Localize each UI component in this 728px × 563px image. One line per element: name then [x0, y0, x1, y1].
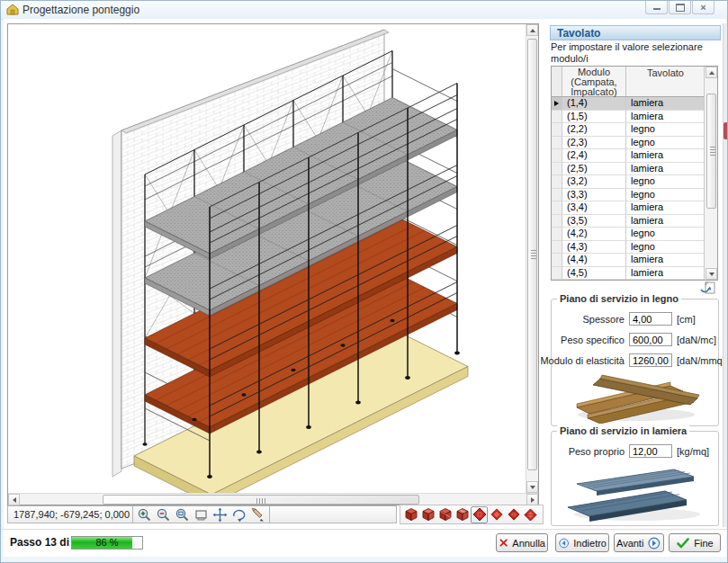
view-gem-icon-4[interactable] — [522, 506, 539, 523]
cell-modulo[interactable]: (4,2) — [562, 228, 626, 241]
zoom-out-icon[interactable] — [156, 507, 171, 523]
cell-modulo[interactable]: (4,3) — [562, 241, 626, 255]
cell-tavolato[interactable]: legno — [626, 175, 705, 189]
view-gem-icon-1[interactable] — [471, 506, 488, 523]
row-selector[interactable] — [552, 201, 562, 215]
row-selector[interactable] — [552, 189, 562, 202]
cell-modulo[interactable]: (1,5) — [562, 111, 626, 124]
row-selector[interactable] — [552, 241, 562, 255]
table-row[interactable]: (4,5) lamiera — [552, 267, 705, 281]
cell-tavolato[interactable]: legno — [626, 189, 705, 202]
table-row[interactable]: (4,2) legno — [552, 228, 705, 241]
close-button[interactable]: × — [692, 1, 715, 14]
cell-modulo[interactable]: (1,4) — [562, 97, 626, 111]
cell-modulo[interactable]: (4,5) — [562, 267, 626, 281]
table-scrollbar[interactable] — [704, 67, 717, 280]
peso-specifico-input[interactable] — [629, 333, 672, 346]
vscroll-down-button[interactable] — [526, 481, 538, 493]
maximize-button[interactable] — [669, 1, 691, 14]
fine-button[interactable]: Fine — [669, 533, 721, 552]
view-cube-icon-1[interactable] — [402, 506, 419, 523]
cell-modulo[interactable]: (3,3) — [562, 189, 626, 202]
vscroll-thumb[interactable] — [527, 39, 537, 470]
cell-tavolato[interactable]: lamiera — [626, 201, 705, 215]
table-row[interactable]: (2,2) legno — [552, 123, 705, 137]
cell-tavolato[interactable]: lamiera — [626, 97, 705, 111]
cell-tavolato[interactable]: legno — [626, 228, 705, 241]
hscroll-thumb[interactable] — [103, 495, 419, 505]
tavolato-table: Modulo (Campata, Impalcato) Tavolato (1,… — [551, 66, 718, 281]
cell-tavolato[interactable]: lamiera — [626, 163, 705, 176]
row-selector[interactable] — [552, 175, 562, 189]
table-row[interactable]: (2,3) legno — [552, 137, 705, 150]
indietro-button[interactable]: Indietro — [555, 533, 609, 552]
zoom-in-icon[interactable] — [137, 507, 152, 523]
minimize-button[interactable] — [645, 1, 668, 14]
table-row[interactable]: (2,5) lamiera — [552, 163, 705, 176]
cell-modulo[interactable]: (2,3) — [562, 137, 626, 150]
viewport-hscrollbar[interactable] — [8, 493, 538, 505]
table-row[interactable]: (3,4) lamiera — [552, 201, 705, 215]
view-gem-icon-2[interactable] — [488, 506, 505, 523]
cell-modulo[interactable]: (3,4) — [562, 201, 626, 215]
apply-selection-icon[interactable] — [700, 282, 716, 295]
cell-tavolato[interactable]: lamiera — [626, 254, 705, 267]
view-cube-icon-2[interactable] — [419, 506, 436, 523]
table-scroll-thumb[interactable] — [706, 94, 716, 209]
viewport-vscrollbar[interactable] — [526, 24, 538, 493]
table-row[interactable]: (4,3) legno — [552, 241, 705, 255]
orbit-icon[interactable] — [231, 507, 247, 523]
cell-tavolato[interactable]: legno — [626, 241, 705, 255]
viewport-3d[interactable] — [7, 23, 539, 505]
row-selector[interactable] — [552, 215, 562, 228]
table-row[interactable]: (3,5) lamiera — [552, 215, 705, 228]
cell-modulo[interactable]: (2,5) — [562, 163, 626, 176]
annulla-button[interactable]: Annulla — [496, 533, 548, 552]
cell-modulo[interactable]: (2,2) — [562, 123, 626, 137]
view-cube-icon-3[interactable] — [436, 506, 454, 523]
table-row[interactable]: (3,2) legno — [552, 175, 705, 189]
view-gem-icon-3[interactable] — [505, 506, 522, 523]
cell-tavolato[interactable]: lamiera — [626, 111, 705, 124]
spessore-input[interactable] — [629, 312, 672, 326]
table-row[interactable]: (2,4) lamiera — [552, 149, 705, 163]
cell-modulo[interactable]: (3,2) — [562, 175, 626, 189]
view-cube-icon-4[interactable] — [454, 506, 471, 523]
row-selector[interactable] — [552, 97, 562, 111]
vscroll-up-button[interactable] — [526, 24, 538, 36]
cell-tavolato[interactable]: lamiera — [626, 215, 705, 228]
cell-modulo[interactable]: (4,4) — [562, 254, 626, 267]
edge-scrollbar[interactable] — [723, 23, 727, 527]
header-tavolato[interactable]: Tavolato — [626, 67, 705, 96]
row-selector[interactable] — [552, 163, 562, 176]
titlebar[interactable]: Progettazione ponteggio × — [1, 1, 727, 20]
avanti-button[interactable]: Avanti — [614, 533, 664, 552]
table-row[interactable]: (3,3) legno — [552, 189, 705, 202]
row-selector[interactable] — [552, 123, 562, 137]
peso-proprio-input[interactable] — [629, 444, 672, 458]
cell-modulo[interactable]: (3,5) — [562, 215, 626, 228]
cell-modulo[interactable]: (2,4) — [562, 149, 626, 163]
row-selector[interactable] — [552, 228, 562, 241]
row-selector[interactable] — [552, 111, 562, 124]
cell-tavolato[interactable]: legno — [626, 137, 705, 150]
table-row[interactable]: (4,4) lamiera — [552, 254, 705, 267]
pan-icon[interactable] — [212, 507, 228, 523]
header-modulo[interactable]: Modulo (Campata, Impalcato) — [562, 67, 626, 96]
table-row[interactable]: (1,5) lamiera — [552, 111, 705, 124]
zoom-page-icon[interactable] — [193, 507, 209, 523]
hscroll-left-button[interactable] — [8, 494, 20, 505]
row-selector[interactable] — [552, 149, 562, 163]
row-selector[interactable] — [552, 267, 562, 281]
cell-tavolato[interactable]: lamiera — [626, 267, 705, 281]
zoom-window-icon[interactable] — [175, 507, 190, 523]
table-row[interactable]: (1,4) lamiera — [552, 97, 705, 111]
cell-tavolato[interactable]: legno — [626, 123, 705, 137]
cell-tavolato[interactable]: lamiera — [626, 149, 705, 163]
modulo-elasticita-input[interactable] — [629, 353, 672, 367]
table-scroll-down-button[interactable] — [706, 268, 717, 280]
row-selector[interactable] — [552, 137, 562, 150]
measure-pencil-icon[interactable] — [250, 507, 265, 523]
row-selector[interactable] — [552, 254, 562, 267]
table-scroll-up-button[interactable] — [706, 67, 717, 78]
